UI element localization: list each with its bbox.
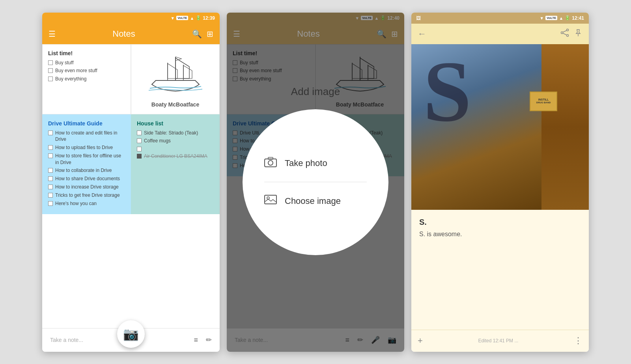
drive-cb-4[interactable]: [48, 168, 53, 173]
house-cb-3[interactable]: [137, 147, 142, 151]
signal-icon: ▲: [190, 16, 194, 21]
note-s-title: S.: [419, 218, 581, 227]
camera-modal-icon: [264, 156, 277, 170]
choose-image-option[interactable]: Choose image: [264, 194, 367, 208]
status-left-3: 🖼: [416, 15, 421, 21]
status-icons-1: ▼ VoLTE ▲ 🔋 12:39: [170, 15, 215, 21]
ship-illustration: [148, 51, 203, 98]
list-time-card[interactable]: List time! Buy stuff Buy even more stuff…: [42, 44, 131, 114]
app-bar-3: ←: [411, 24, 589, 44]
status-time-3: 12:41: [572, 15, 584, 21]
edit-icon-1[interactable]: ✏: [206, 336, 212, 344]
gothic-s-letter: S: [423, 48, 471, 135]
house-cb-4[interactable]: [137, 154, 142, 159]
drive-guide-card[interactable]: Drive Ultimate Guide How to create and e…: [42, 114, 131, 215]
drive-item-6: How to increase Drive storage: [48, 184, 125, 190]
ship-card[interactable]: Boaty McBoatface: [131, 44, 220, 114]
drive-item-8: Here's how you can: [48, 200, 125, 207]
app-title-1: Notes: [60, 29, 187, 39]
modal-overlay: Add image Take photo: [227, 13, 404, 352]
drive-item-4: How to collaborate in Drive: [48, 167, 125, 174]
list-time-title: List time!: [48, 50, 125, 56]
checkbox-3[interactable]: [48, 77, 53, 81]
drive-item-7: Tricks to get free Drive storage: [48, 192, 125, 199]
note-s-body: S. is awesome.: [419, 231, 581, 238]
checkbox-2[interactable]: [48, 68, 53, 73]
image-modal-icon: [264, 194, 277, 208]
svg-line-14: [563, 30, 567, 32]
drive-cb-7[interactable]: [48, 193, 53, 198]
svg-line-15: [563, 33, 567, 35]
list-item-2: Buy even more stuff: [48, 67, 125, 74]
search-icon-1[interactable]: 🔍: [192, 29, 202, 39]
battery-icon-3: 🔋: [565, 15, 570, 21]
drive-item-5: How to share Drive documents: [48, 175, 125, 182]
svg-rect-8: [268, 157, 273, 159]
photo-area: S INSTILL DRUG BAND: [411, 44, 589, 210]
modal-title: Add image: [291, 86, 340, 98]
menu-icon-1[interactable]: ☰: [49, 29, 56, 39]
status-bar-1: ▼ VoLTE ▲ 🔋 12:39: [42, 13, 220, 24]
battery-icon: 🔋: [196, 15, 201, 21]
screen3-phone: 🖼 ▼ VoLTE ▲ 🔋 12:41 ←: [411, 13, 589, 352]
drive-cb-5[interactable]: [48, 176, 53, 181]
fab-camera-icon: 📷: [123, 327, 139, 342]
svg-point-11: [567, 29, 569, 31]
photo-icon-status: 🖼: [416, 15, 421, 21]
more-button-3[interactable]: ⋮: [574, 336, 582, 346]
svg-point-13: [567, 35, 569, 37]
house-item-2: Coffee mugs: [137, 138, 214, 144]
drive-cb-1[interactable]: [48, 131, 53, 135]
note-content-area: S. S. is awesome.: [411, 210, 589, 330]
notes-content-1: List time! Buy stuff Buy even more stuff…: [42, 44, 220, 328]
edited-timestamp: Edited 12:41 PM ...: [426, 338, 571, 343]
take-photo-label: Take photo: [285, 158, 327, 168]
svg-point-12: [561, 32, 563, 34]
sticker-text-2: DRUG BAND: [536, 101, 551, 105]
drive-cb-2[interactable]: [48, 145, 53, 150]
house-item-4: Air Conditioner LG BSA24IMA: [137, 153, 214, 160]
back-button[interactable]: ←: [418, 29, 426, 39]
status-bar-3: 🖼 ▼ VoLTE ▲ 🔋 12:41: [411, 13, 589, 24]
photo-note-view: S INSTILL DRUG BAND S. S. is awesome.: [411, 44, 589, 330]
bottom-icons-1: ≡ ✏: [194, 336, 212, 344]
house-list-title: House list: [137, 120, 214, 127]
house-item-1: Side Table: Striado (Teak): [137, 130, 214, 136]
fab-camera-button[interactable]: 📷: [117, 320, 145, 348]
notes-grid-1: List time! Buy stuff Buy even more stuff…: [42, 44, 220, 215]
add-button-3[interactable]: +: [418, 336, 423, 346]
sticker-text-1: INSTILL: [538, 98, 549, 101]
share-icon-3[interactable]: [560, 28, 569, 39]
screen1-phone: ▼ VoLTE ▲ 🔋 12:39 ☰ Notes 🔍 ⊞ List time!: [42, 13, 220, 352]
list-icon-1[interactable]: ≡: [194, 336, 198, 344]
pin-icon-3[interactable]: [574, 28, 582, 39]
grid-icon-1[interactable]: ⊞: [207, 29, 213, 39]
house-cb-2[interactable]: [137, 138, 142, 143]
svg-rect-9: [265, 195, 276, 204]
house-item-3: [137, 146, 214, 151]
drive-guide-title: Drive Ultimate Guide: [48, 120, 125, 127]
list-item-3: Buy everything: [48, 76, 125, 82]
checkbox-1[interactable]: [48, 60, 53, 65]
bottom-bar-1: Take a note... ≡ ✏ 📷: [42, 328, 220, 352]
sticker: INSTILL DRUG BAND: [530, 91, 557, 111]
add-image-modal: Add image Take photo: [243, 109, 388, 255]
modal-divider: [264, 182, 367, 182]
wifi-icon-3: ▼: [540, 16, 544, 21]
house-list-card[interactable]: House list Side Table: Striado (Teak) Co…: [131, 114, 220, 215]
drive-cb-6[interactable]: [48, 185, 53, 189]
wifi-icon: ▼: [170, 16, 175, 21]
house-cb-1[interactable]: [137, 131, 142, 135]
screen2-phone: ▼ VoLTE ▲ 🔋 12:40 ☰ Notes 🔍 ⊞ List time!…: [227, 13, 404, 352]
drive-item-2: How to upload files to Drive: [48, 144, 125, 151]
drive-cb-8[interactable]: [48, 201, 53, 206]
app-bar-1: ☰ Notes 🔍 ⊞: [42, 24, 220, 44]
status-time-1: 12:39: [203, 15, 215, 21]
take-photo-option[interactable]: Take photo: [264, 156, 367, 170]
list-item-1: Buy stuff: [48, 60, 125, 66]
choose-image-label: Choose image: [285, 196, 341, 206]
drive-cb-3[interactable]: [48, 153, 53, 158]
signal-icon-3: ▲: [559, 16, 563, 21]
volte-badge: VoLTE: [176, 16, 188, 20]
ship-name: Boaty McBoatface: [151, 101, 199, 108]
